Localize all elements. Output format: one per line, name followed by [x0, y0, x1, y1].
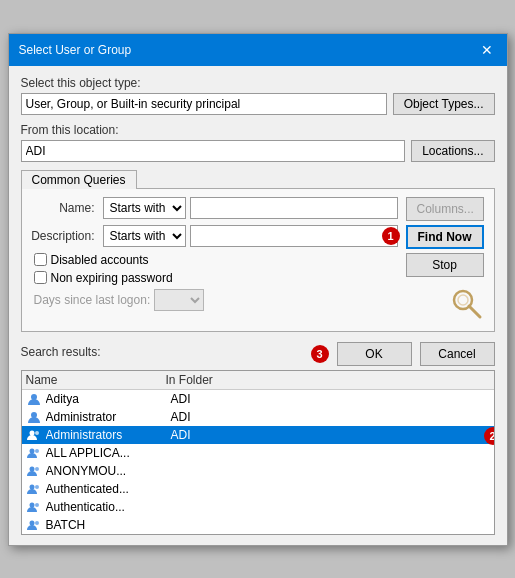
svg-line-1 [469, 306, 480, 317]
object-type-row: Object Types... [21, 93, 495, 115]
svg-point-12 [35, 485, 39, 489]
result-name: Aditya [46, 392, 171, 406]
dialog-body: Select this object type: Object Types...… [9, 66, 507, 545]
svg-point-14 [35, 503, 39, 507]
common-queries-tab[interactable]: Common Queries [21, 170, 137, 189]
group-icon-batch [26, 517, 42, 533]
find-now-wrapper: 1 Find Now [406, 225, 486, 249]
result-row-authenticated[interactable]: Authenticated... [22, 480, 494, 498]
annotation-2: 2 [484, 427, 495, 445]
result-folder: ADI [171, 392, 490, 406]
desc-input[interactable] [190, 225, 398, 247]
result-row-anonymou[interactable]: ANONYMOU... [22, 462, 494, 480]
columns-button[interactable]: Columns... [406, 197, 484, 221]
svg-point-6 [35, 431, 39, 435]
non-expiring-checkbox[interactable] [34, 271, 47, 284]
magnify-icon [450, 287, 486, 323]
result-name: ALL APPLICA... [46, 446, 171, 460]
name-input[interactable] [190, 197, 398, 219]
name-row: Name: Starts with [30, 197, 398, 219]
group-icon-allapplica [26, 445, 42, 461]
cancel-button-top[interactable]: Cancel [420, 342, 495, 366]
svg-point-16 [35, 521, 39, 525]
location-group: From this location: Locations... [21, 123, 495, 162]
svg-point-7 [29, 448, 34, 453]
non-expiring-row: Non expiring password [34, 271, 398, 285]
select-user-dialog: Select User or Group ✕ Select this objec… [8, 33, 508, 546]
days-row: Days since last logon: [34, 289, 398, 311]
result-name: Administrators [46, 428, 171, 442]
annotation-1: 1 [382, 227, 400, 245]
locations-button[interactable]: Locations... [411, 140, 494, 162]
object-type-input[interactable] [21, 93, 387, 115]
result-name: BATCH [46, 518, 171, 532]
search-results-section: Search results: 3 OK Cancel Name In Fold… [21, 342, 495, 535]
queries-content: Name: Starts with Description: Starts wi… [30, 197, 486, 323]
results-container: Name In Folder Aditya ADI Administrator [21, 370, 495, 535]
user-icon-administrator [26, 409, 42, 425]
result-row-administrators[interactable]: Administrators ADI 2 [22, 426, 494, 444]
non-expiring-label: Non expiring password [51, 271, 173, 285]
days-label: Days since last logon: [34, 293, 151, 307]
search-results-label: Search results: [21, 345, 101, 359]
svg-point-13 [29, 502, 34, 507]
group-icon-authenticatio [26, 499, 42, 515]
search-icon-area [406, 287, 486, 323]
col-folder-header: In Folder [166, 373, 490, 387]
ok-button-top[interactable]: OK [337, 342, 412, 366]
disabled-accounts-checkbox[interactable] [34, 253, 47, 266]
days-select[interactable] [154, 289, 204, 311]
desc-label: Description: [30, 229, 95, 243]
result-name: Administrator [46, 410, 171, 424]
object-type-group: Select this object type: Object Types... [21, 76, 495, 115]
result-row-authenticatio[interactable]: Authenticatio... [22, 498, 494, 516]
disabled-accounts-row: Disabled accounts [34, 253, 398, 267]
svg-point-2 [458, 295, 468, 305]
result-row-aditya[interactable]: Aditya ADI [22, 390, 494, 408]
group-icon-anonymou [26, 463, 42, 479]
stop-button[interactable]: Stop [406, 253, 484, 277]
object-type-label: Select this object type: [21, 76, 495, 90]
annotation-3: 3 [311, 345, 329, 363]
location-input[interactable] [21, 140, 406, 162]
svg-point-9 [29, 466, 34, 471]
queries-right: Columns... 1 Find Now Stop [406, 197, 486, 323]
result-folder: ADI [171, 428, 490, 442]
svg-point-8 [35, 449, 39, 453]
result-folder: ADI [171, 410, 490, 424]
result-name: Authenticated... [46, 482, 171, 496]
result-name: ANONYMOU... [46, 464, 171, 478]
location-row: Locations... [21, 140, 495, 162]
desc-row: Description: Starts with [30, 225, 398, 247]
svg-point-5 [29, 430, 34, 435]
result-row-consolel[interactable]: CONSOLE L... [22, 534, 494, 535]
svg-point-15 [29, 520, 34, 525]
common-queries-box: Common Queries Name: Starts with [21, 170, 495, 332]
queries-left: Name: Starts with Description: Starts wi… [30, 197, 398, 323]
result-row-batch[interactable]: BATCH [22, 516, 494, 534]
dialog-title: Select User or Group [19, 43, 132, 57]
result-row-administrator[interactable]: Administrator ADI [22, 408, 494, 426]
title-bar: Select User or Group ✕ [9, 34, 507, 66]
result-row-allapplica[interactable]: ALL APPLICA... [22, 444, 494, 462]
close-button[interactable]: ✕ [477, 40, 497, 60]
result-name: Authenticatio... [46, 500, 171, 514]
disabled-accounts-label: Disabled accounts [51, 253, 149, 267]
group-icon-administrators [26, 427, 42, 443]
common-queries-content: Name: Starts with Description: Starts wi… [21, 188, 495, 332]
user-icon-aditya [26, 391, 42, 407]
desc-starts-with-select[interactable]: Starts with [103, 225, 186, 247]
col-name-header: Name [26, 373, 166, 387]
results-header: Name In Folder [22, 371, 494, 390]
group-icon-authenticated [26, 481, 42, 497]
object-types-button[interactable]: Object Types... [393, 93, 495, 115]
name-starts-with-select[interactable]: Starts with [103, 197, 186, 219]
location-label: From this location: [21, 123, 495, 137]
find-now-button[interactable]: Find Now [406, 225, 484, 249]
svg-point-10 [35, 467, 39, 471]
svg-point-11 [29, 484, 34, 489]
name-label: Name: [30, 201, 95, 215]
